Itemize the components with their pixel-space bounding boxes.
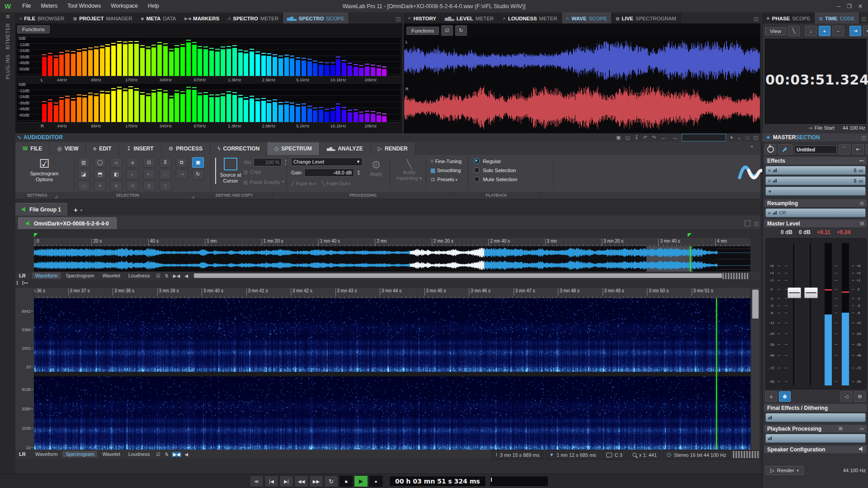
dock-tab-phasescope[interactable]: ✚PHASESCOPE bbox=[762, 13, 815, 23]
dock-tab-filebrowser[interactable]: ≡FILEBROWSER bbox=[15, 13, 69, 23]
view-tab-waveform[interactable]: Waveform bbox=[32, 272, 61, 279]
overview-zoom-widget[interactable] bbox=[722, 272, 749, 280]
group-expand-icon[interactable]: ◿ bbox=[192, 193, 194, 200]
dropdown-icon[interactable]: ▾ bbox=[730, 135, 733, 141]
bypass-all-icon[interactable]: ⌒ bbox=[839, 144, 850, 155]
dock-tab-wavescope[interactable]: ∿WAVESCOPE bbox=[562, 13, 612, 23]
undo-icon[interactable]: ↶ bbox=[643, 135, 647, 141]
brush-select-icon[interactable]: ◪ bbox=[78, 169, 90, 179]
playback-option-mute-selection[interactable]: Mute Selection bbox=[474, 176, 517, 182]
next-edge-icon[interactable]: ⇥ bbox=[176, 169, 188, 179]
strip-tab-plug-ins[interactable]: PLUG-INS bbox=[5, 54, 10, 79]
zoom-widget[interactable] bbox=[732, 450, 760, 459]
filter-icon[interactable]: ⌄ bbox=[737, 135, 741, 141]
menu-file[interactable]: File bbox=[17, 0, 36, 12]
channel-select-icon[interactable]: ◧ bbox=[110, 169, 122, 179]
magic-wand-icon[interactable]: ✦ bbox=[94, 181, 106, 191]
antialias-icon[interactable] bbox=[779, 391, 791, 402]
menu-meters[interactable]: Meters bbox=[36, 0, 63, 12]
bypass-icon[interactable]: ▭ bbox=[859, 168, 863, 173]
file-group-tab[interactable]: File Group 1 bbox=[15, 203, 67, 216]
settings-check-icon[interactable]: ☑ bbox=[155, 452, 161, 457]
overview-waveform[interactable] bbox=[34, 246, 750, 272]
fade-in-button[interactable]: ╱ Fade In ▾ bbox=[291, 180, 316, 187]
gradient-select-icon[interactable]: ▥ bbox=[78, 157, 90, 168]
mix-value-field[interactable]: 100 % bbox=[254, 158, 282, 166]
lock-icon[interactable]: ⊞ bbox=[854, 391, 866, 402]
playhead-marker[interactable] bbox=[688, 233, 692, 237]
final-effects-slot[interactable] bbox=[765, 413, 866, 422]
add-file-group-button[interactable]: + bbox=[74, 206, 78, 214]
extend-top-icon[interactable]: ⊼ bbox=[160, 157, 171, 168]
previous-edge-icon[interactable]: ⇤ bbox=[143, 169, 155, 179]
presets-button[interactable]: 🗅 Presets ▾ bbox=[430, 176, 462, 183]
delete-select-icon[interactable]: ✕ bbox=[127, 181, 138, 191]
master-preset-field[interactable]: Untitled bbox=[794, 145, 837, 154]
nav-forward-icon[interactable]: → bbox=[671, 134, 678, 141]
follow-playback-icon[interactable]: ▶◀ bbox=[172, 452, 181, 457]
copy-button[interactable]: ⧉Copy bbox=[244, 169, 261, 175]
jump-back-button[interactable]: ≪ bbox=[250, 475, 264, 487]
panel-menu-icon[interactable]: ◫ bbox=[396, 16, 401, 22]
view-tab-wavelet[interactable]: Wavelet bbox=[99, 451, 123, 457]
record-button[interactable]: ● bbox=[369, 475, 383, 487]
strip-tab-bitmeter[interactable]: BITMETER bbox=[5, 23, 10, 50]
play-button[interactable]: ▶ bbox=[354, 475, 368, 487]
maximize-view-icon[interactable]: □ bbox=[746, 135, 749, 140]
playback-processing-slot[interactable] bbox=[765, 434, 866, 443]
view-tab-wavelet[interactable]: Wavelet bbox=[99, 272, 123, 279]
dock-tab-loudnessmeter[interactable]: ↗LOUDNESSMETER bbox=[498, 13, 562, 23]
spectroscope-functions-button[interactable]: Functions bbox=[17, 25, 50, 33]
gain-stepper[interactable]: ▲▼ bbox=[357, 169, 360, 176]
scroll-left-icon[interactable]: ◀ bbox=[183, 452, 189, 457]
fader-handle-left[interactable] bbox=[788, 287, 801, 298]
playback-option-regular[interactable]: Regular bbox=[474, 158, 517, 164]
meter-options-icon[interactable]: ≡ bbox=[765, 391, 777, 402]
audition-select-icon[interactable]: ◁ bbox=[78, 181, 90, 191]
status-audio-format[interactable]: ⓘStereo 16 bit 44 100 Hz bbox=[663, 450, 731, 460]
lasso-select-icon[interactable]: ◯ bbox=[94, 157, 106, 168]
apply-check-icon[interactable]: ☑ bbox=[866, 144, 868, 155]
source-at-cursor-button[interactable]: Source at Cursor bbox=[215, 158, 242, 184]
mono-check-icon[interactable]: ◁ bbox=[840, 391, 852, 402]
view-tab-waveform[interactable]: Waveform bbox=[32, 451, 61, 457]
ribbon-collapse-icon[interactable]: ⌃ bbox=[750, 145, 754, 151]
scroll-left-icon[interactable]: ◀ bbox=[183, 273, 189, 278]
rotate-select-icon[interactable]: ↻ bbox=[192, 169, 204, 179]
spectrogram-options-button[interactable]: ☑ Spectrogram Options bbox=[24, 157, 65, 183]
spectrogram-left-channel[interactable] bbox=[34, 298, 750, 372]
effects-header[interactable]: Effects⊷ bbox=[764, 157, 867, 164]
effect-slot-1[interactable]: ≡S▭ bbox=[765, 166, 866, 175]
marquee-select-icon[interactable]: ▣ bbox=[192, 157, 204, 168]
dock-tab-projectmanager[interactable]: ▦PROJECTMANAGER bbox=[69, 13, 137, 23]
ribbon-tab-correction[interactable]: ϟCORRECTION bbox=[210, 142, 267, 155]
vertical-scroll-thumb[interactable] bbox=[752, 290, 759, 319]
fade-out-button[interactable]: ╲ Fade Out ▾ bbox=[321, 180, 350, 187]
region-select-icon[interactable]: ⬒ bbox=[94, 169, 106, 179]
edit-pen-icon[interactable]: ╲ bbox=[788, 26, 800, 36]
ribbon-tab-spectrum[interactable]: ◇SPECTRUM bbox=[267, 142, 320, 155]
ribbon-tab-render[interactable]: ▷RENDER bbox=[371, 142, 415, 155]
view-tab-loudness[interactable]: Loudness bbox=[125, 451, 153, 457]
ibeam-extend-tool-icon[interactable]: I↦ bbox=[22, 280, 28, 287]
view-tab-spectrogram[interactable]: Spectrogram bbox=[62, 272, 97, 279]
wavescope-refresh-icon[interactable]: ↻ bbox=[455, 25, 467, 36]
timecode-view-button[interactable]: View bbox=[765, 27, 786, 35]
resampling-header[interactable]: Resampling◴ bbox=[764, 199, 867, 207]
master-section-tab[interactable]: ★ MASTER SECTION ◫ bbox=[762, 133, 868, 142]
dock-tab-markers[interactable]: ▶◀MARKERS bbox=[180, 13, 224, 23]
menu-help[interactable]: Help bbox=[143, 0, 164, 12]
status-pitch[interactable]: C 3 bbox=[602, 450, 627, 460]
add-group-dropdown-icon[interactable]: ▾ bbox=[80, 208, 82, 212]
mini-view-icon[interactable] bbox=[745, 221, 750, 226]
solo-icon[interactable]: S bbox=[854, 168, 857, 173]
playback-processing-header[interactable]: Playback Processing⊞▭ bbox=[764, 425, 867, 432]
mode-select[interactable]: Change Level ▼ bbox=[291, 158, 363, 166]
resampling-slot[interactable]: »Off bbox=[765, 208, 866, 217]
add-effect-slot[interactable]: + bbox=[765, 187, 866, 196]
window-copy-icon[interactable]: ⧉ bbox=[176, 157, 188, 168]
ruler-from-cursor-icon[interactable]: ⇤ bbox=[863, 26, 868, 36]
view-options-icon[interactable]: ◫ bbox=[754, 221, 759, 226]
extend-bottom-icon[interactable]: ⊻ bbox=[143, 181, 155, 191]
paste-exactly-button[interactable]: ⧉Paste Exactly▾ bbox=[244, 179, 284, 186]
